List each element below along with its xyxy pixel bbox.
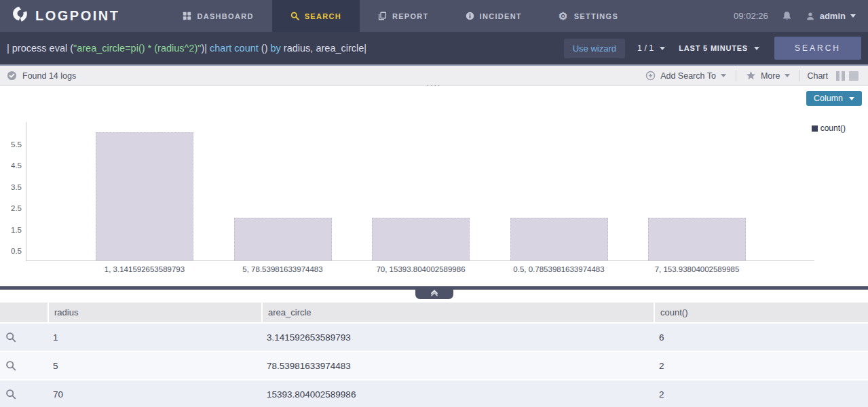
more-label: More — [761, 71, 780, 81]
clock: 09:02:26 — [734, 11, 768, 21]
cell-area-circle: 78.53981633974483 — [261, 352, 654, 379]
nav-label: DASHBOARD — [197, 12, 253, 20]
chart-bar[interactable] — [648, 218, 746, 260]
navbar-right: 09:02:26 admin — [734, 0, 868, 32]
chevron-down-icon — [660, 47, 665, 50]
cell-area-circle: 15393.804002589986 — [261, 381, 654, 407]
search-query[interactable]: | process eval ("area_circle=pi() * (rad… — [7, 43, 564, 54]
table-row: 7015393.8040025899862 — [0, 381, 868, 407]
found-logs-text: Found 14 logs — [22, 71, 76, 81]
cell-count: 2 — [654, 352, 868, 379]
logo-text: LOGPOINT — [35, 8, 119, 24]
cell-count: 2 — [654, 381, 868, 407]
chevron-down-icon — [785, 74, 790, 77]
use-wizard-button[interactable]: Use wizard — [564, 39, 625, 58]
table-body: 13.1415926535897936578.53981633974483270… — [0, 324, 868, 407]
cell-radius: 70 — [48, 381, 261, 407]
row-inspect-icon[interactable] — [5, 332, 16, 343]
header-radius[interactable]: radius — [48, 303, 261, 322]
chart-type-value: Column — [814, 94, 843, 103]
chevron-down-icon — [850, 14, 856, 18]
header-area-circle[interactable]: area_circle — [261, 303, 654, 322]
y-tick-label: 4.5 — [0, 161, 22, 170]
cell-radius: 1 — [48, 324, 261, 351]
chart-view-toggle: Chart — [800, 71, 861, 81]
drag-handle-dots: ···· — [427, 82, 441, 284]
header-search-col — [0, 303, 48, 322]
nav-label: INCIDENT — [480, 12, 522, 20]
query-segment: radius, area_circle| — [281, 43, 366, 54]
query-segment: | process eval ( — [7, 43, 73, 54]
chevron-down-icon — [754, 47, 759, 50]
x-category-label: 70, 15393.804002589986 — [346, 265, 495, 273]
row-inspect-icon[interactable] — [5, 389, 16, 400]
notifications-bell-icon[interactable] — [782, 11, 792, 21]
user-icon — [806, 12, 815, 21]
time-range-picker[interactable]: LAST 5 MINUTES — [679, 44, 759, 52]
y-tick-label: 1.5 — [0, 226, 22, 234]
dashboard-icon — [183, 12, 191, 20]
plus-circle-icon — [645, 71, 656, 81]
query-segment: by — [271, 43, 281, 54]
more-menu-button[interactable]: More — [736, 71, 799, 81]
incident-icon — [466, 12, 474, 20]
chart-panel: Column count() 0.51.52.53.54.55.5 1, 3.1… — [0, 86, 868, 285]
chevron-down-icon — [721, 74, 726, 77]
table-view-icon[interactable] — [849, 71, 858, 81]
report-icon — [378, 12, 387, 20]
collapse-table-button[interactable] — [415, 286, 453, 299]
legend-label: count() — [820, 123, 846, 133]
username: admin — [820, 11, 846, 21]
query-segment: )| — [201, 43, 210, 54]
chart-label: Chart — [807, 71, 828, 81]
user-menu[interactable]: admin — [806, 11, 856, 21]
chart-view-icon[interactable] — [836, 71, 845, 81]
header-count[interactable]: count() — [654, 303, 868, 322]
add-search-to-label: Add Search To — [660, 71, 716, 81]
search-button[interactable]: SEARCH — [774, 37, 861, 60]
status-bar-actions: Add Search To More Chart — [636, 70, 861, 81]
table-header: radius area_circle count() — [0, 303, 868, 324]
search-icon — [290, 12, 299, 20]
x-category-label: 1, 3.141592653589793 — [70, 265, 219, 273]
main-nav: DASHBOARD SEARCH REPORT — [164, 0, 637, 32]
chart-bar[interactable] — [510, 218, 608, 260]
table-row: 13.1415926535897936 — [0, 324, 868, 351]
logpoint-logo[interactable]: LOGPOINT — [0, 0, 140, 32]
chart-plot: 1, 3.1415926535897935, 78.53981633974483… — [26, 122, 814, 261]
x-category-label: 0.5, 0.7853981633974483 — [485, 265, 634, 273]
search-bar: | process eval ("area_circle=pi() * (rad… — [0, 32, 868, 66]
chart-bar[interactable] — [234, 218, 332, 260]
double-chevron-up-icon — [430, 289, 438, 296]
chart-bar[interactable] — [96, 132, 193, 260]
query-segment: () — [259, 43, 271, 54]
nav-label: SEARCH — [305, 12, 341, 20]
x-category-label: 7, 153.93804002589985 — [622, 265, 772, 273]
time-range-value: LAST 5 MINUTES — [679, 44, 748, 52]
nav-item-search[interactable]: SEARCH — [272, 0, 360, 32]
y-tick-label: 0.5 — [0, 247, 22, 255]
table-row: 578.539816339744832 — [0, 352, 868, 379]
nav-item-incident[interactable]: INCIDENT — [447, 0, 540, 32]
nav-label: REPORT — [392, 12, 429, 20]
row-inspect-icon[interactable] — [5, 360, 16, 371]
found-logs-status: Found 14 logs — [7, 71, 76, 81]
pagination-value: 1 / 1 — [637, 43, 654, 53]
y-tick-label: 5.5 — [0, 140, 22, 149]
cell-count: 6 — [654, 324, 868, 351]
query-segment: chart count — [210, 43, 259, 54]
nav-label: SETTINGS — [574, 12, 618, 20]
nav-item-settings[interactable]: ⚙ SETTINGS — [540, 0, 637, 32]
results-table: radius area_circle count() 13.1415926535… — [0, 303, 868, 407]
nav-item-dashboard[interactable]: DASHBOARD — [164, 0, 271, 32]
cell-radius: 5 — [48, 352, 261, 379]
settings-gear-icon: ⚙ — [559, 12, 569, 20]
logpoint-logo-icon — [11, 5, 29, 26]
chart-bar[interactable] — [372, 218, 470, 260]
add-search-to-button[interactable]: Add Search To — [636, 71, 736, 81]
chart-y-axis: 0.51.52.53.54.55.5 — [0, 122, 22, 261]
nav-item-report[interactable]: REPORT — [360, 0, 447, 32]
chart-legend[interactable]: count() — [812, 123, 846, 133]
chart-type-dropdown[interactable]: Column — [806, 91, 862, 106]
query-pagination[interactable]: 1 / 1 — [637, 43, 665, 53]
